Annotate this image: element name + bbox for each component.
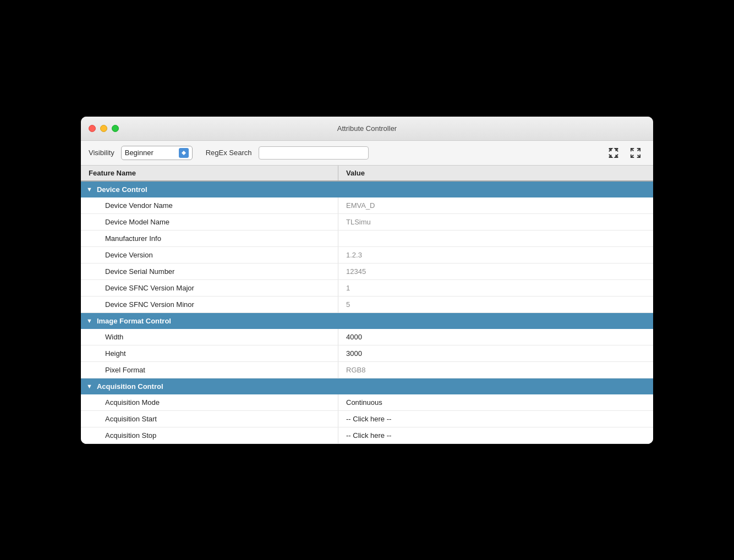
feature-value-cell: 5 [338,297,653,312]
table-row: Acquisition Mode Continuous [81,394,653,411]
feature-name-cell: Acquisition Start [81,411,338,427]
table-row: Device SFNC Version Minor 5 [81,297,653,313]
maximize-button[interactable] [112,125,119,132]
table-row: Width 4000 [81,329,653,345]
visibility-value: Beginner [125,149,174,157]
feature-name-cell: Acquisition Mode [81,394,338,410]
regex-search-input[interactable] [259,146,369,160]
table-row: Acquisition Stop -- Click here -- [81,427,653,444]
feature-value-cell: TLSimu [338,214,653,230]
dropdown-arrow-icon [179,148,189,158]
group-acquisition-control-content: ▼ Acquisition Control [81,378,653,394]
feature-name-cell: Device SFNC Version Major [81,280,338,296]
group-image-format-control[interactable]: ▼ Image Format Control [81,313,653,329]
minimize-button[interactable] [100,125,107,132]
acquisition-start-button[interactable]: -- Click here -- [338,411,653,427]
table-row: Pixel Format RGB8 [81,362,653,378]
svg-marker-0 [182,151,186,153]
titlebar: Attribute Controller [81,117,653,141]
table-row: Device Serial Number 12345 [81,263,653,280]
group-device-control[interactable]: ▼ Device Control [81,182,653,197]
feature-name-cell: Manufacturer Info [81,230,338,246]
table-row: Manufacturer Info [81,230,653,247]
chevron-down-icon: ▼ [86,186,92,193]
feature-name-cell: Width [81,329,338,345]
column-header-feature-name: Feature Name [81,166,338,180]
expand-all-button[interactable] [604,145,623,161]
group-device-control-label: Device Control [97,185,147,194]
feature-value-cell: RGB8 [338,362,653,378]
feature-name-cell: Pixel Format [81,362,338,378]
feature-value-cell: 12345 [338,263,653,279]
regex-label: RegEx Search [206,149,252,157]
visibility-dropdown[interactable]: Beginner [121,146,193,160]
group-acquisition-control[interactable]: ▼ Acquisition Control [81,378,653,394]
table-row: Device SFNC Version Major 1 [81,280,653,297]
chevron-down-icon: ▼ [86,317,92,324]
group-acquisition-control-label: Acquisition Control [97,382,163,391]
table-row: Device Vendor Name EMVA_D [81,197,653,214]
svg-marker-1 [182,153,186,155]
traffic-lights [89,125,119,132]
table-row: Acquisition Start -- Click here -- [81,411,653,427]
feature-name-cell: Device Model Name [81,214,338,230]
feature-value-cell [338,230,653,246]
group-image-format-control-label: Image Format Control [97,317,171,325]
feature-name-cell: Acquisition Stop [81,427,338,443]
expand-collapse-buttons [604,145,645,161]
close-button[interactable] [89,125,96,132]
feature-name-cell: Device SFNC Version Minor [81,297,338,312]
visibility-label: Visibility [89,149,114,157]
feature-name-cell: Device Vendor Name [81,197,338,213]
group-image-format-control-content: ▼ Image Format Control [81,313,653,329]
feature-value-cell: 1 [338,280,653,296]
feature-value-cell[interactable]: 4000 [338,329,653,345]
feature-value-cell[interactable]: 3000 [338,345,653,361]
toolbar: Visibility Beginner RegEx Search [81,141,653,166]
feature-value-cell: EMVA_D [338,197,653,213]
window-title: Attribute Controller [337,124,397,133]
main-window: Attribute Controller Visibility Beginner… [81,117,653,444]
feature-value-cell[interactable]: Continuous [338,394,653,410]
feature-name-cell: Device Version [81,247,338,263]
collapse-all-button[interactable] [626,145,645,161]
acquisition-stop-button[interactable]: -- Click here -- [338,427,653,443]
attribute-table: Feature Name Value ▼ Device Control Devi… [81,166,653,444]
table-row: Device Model Name TLSimu [81,214,653,230]
chevron-down-icon: ▼ [86,383,92,389]
feature-value-cell: 1.2.3 [338,247,653,263]
feature-name-cell: Device Serial Number [81,263,338,279]
group-device-control-content: ▼ Device Control [81,182,653,197]
feature-name-cell: Height [81,345,338,361]
column-header-value: Value [338,166,653,180]
table-row: Height 3000 [81,345,653,362]
table-row: Device Version 1.2.3 [81,247,653,263]
table-header: Feature Name Value [81,166,653,182]
